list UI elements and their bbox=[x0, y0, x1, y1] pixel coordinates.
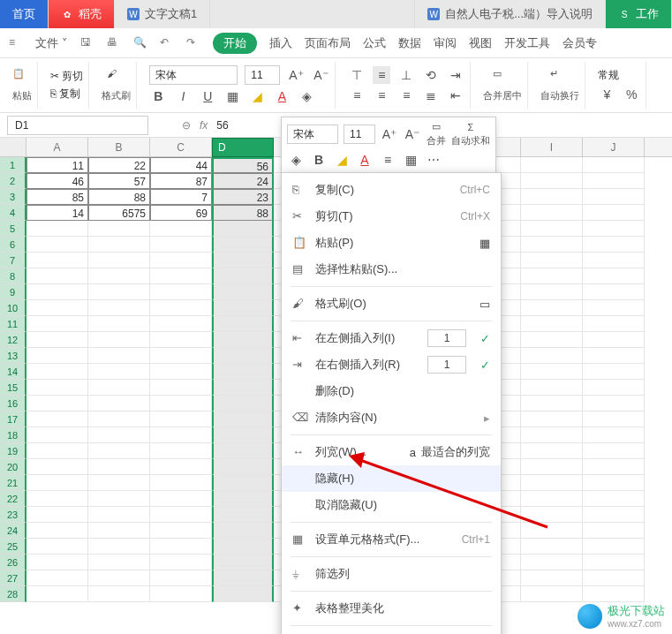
percent-button[interactable]: % bbox=[623, 86, 640, 103]
cell[interactable] bbox=[521, 380, 583, 396]
cell[interactable] bbox=[88, 491, 150, 507]
cell[interactable] bbox=[88, 364, 150, 380]
cell[interactable] bbox=[26, 411, 88, 427]
row-header[interactable]: 13 bbox=[0, 348, 26, 364]
cell[interactable] bbox=[150, 332, 212, 348]
indent-icon[interactable]: ⇥ bbox=[447, 66, 464, 84]
cell[interactable] bbox=[583, 364, 645, 380]
menu-dev[interactable]: 开发工具 bbox=[504, 35, 550, 51]
cell[interactable] bbox=[521, 396, 583, 411]
tab-home[interactable]: 首页 bbox=[0, 0, 49, 28]
cell[interactable] bbox=[583, 459, 645, 475]
cell[interactable] bbox=[583, 491, 645, 507]
row-header[interactable]: 24 bbox=[0, 523, 26, 539]
cell[interactable] bbox=[583, 173, 645, 189]
cell[interactable] bbox=[212, 253, 274, 268]
col-header-D[interactable]: D bbox=[212, 138, 274, 157]
row-header[interactable]: 1 bbox=[0, 157, 26, 173]
mini-more[interactable]: ⋯ bbox=[425, 151, 442, 169]
cell[interactable] bbox=[88, 443, 150, 459]
align-right-icon[interactable]: ≡ bbox=[397, 87, 415, 104]
dedent-icon[interactable]: ⇤ bbox=[447, 87, 464, 104]
cell[interactable] bbox=[583, 284, 645, 300]
cell[interactable] bbox=[521, 411, 583, 427]
menu-start[interactable]: 开始 bbox=[213, 33, 257, 54]
cell[interactable]: 85 bbox=[26, 189, 88, 205]
cell[interactable] bbox=[212, 237, 274, 253]
cell[interactable] bbox=[150, 427, 212, 443]
formula-value[interactable]: 56 bbox=[216, 119, 228, 132]
cell[interactable] bbox=[521, 443, 583, 459]
tab-doc2[interactable]: W自然人电子税...端）导入说明 bbox=[415, 0, 606, 28]
row-header[interactable]: 6 bbox=[0, 237, 26, 253]
menu-formula[interactable]: 公式 bbox=[363, 35, 386, 51]
ctx-colwidth[interactable]: ↔列宽(W)...a最适合的列宽 bbox=[282, 439, 501, 465]
cell[interactable]: 87 bbox=[150, 173, 212, 189]
cell[interactable] bbox=[212, 348, 274, 364]
zoom-icon[interactable]: ⊖ bbox=[182, 119, 191, 132]
underline-button[interactable]: U bbox=[199, 87, 216, 105]
cell[interactable]: 88 bbox=[88, 189, 150, 205]
cell[interactable] bbox=[88, 475, 150, 491]
cell[interactable] bbox=[583, 157, 645, 173]
cell[interactable] bbox=[583, 427, 645, 443]
cell[interactable] bbox=[150, 459, 212, 475]
cell[interactable]: 24 bbox=[212, 173, 274, 189]
cell[interactable] bbox=[88, 459, 150, 475]
cell[interactable] bbox=[521, 427, 583, 443]
row-header[interactable]: 3 bbox=[0, 189, 26, 205]
cell[interactable] bbox=[212, 268, 274, 284]
cell[interactable] bbox=[583, 570, 645, 586]
row-header[interactable]: 25 bbox=[0, 539, 26, 555]
mini-autosum[interactable]: Σ自动求和 bbox=[451, 122, 490, 147]
cell[interactable] bbox=[583, 268, 645, 284]
cell[interactable]: 44 bbox=[150, 157, 212, 173]
cell[interactable] bbox=[583, 507, 645, 523]
select-all-corner[interactable] bbox=[0, 138, 26, 156]
fx-icon[interactable]: fx bbox=[200, 119, 208, 132]
cell[interactable] bbox=[212, 316, 274, 332]
cell[interactable] bbox=[521, 253, 583, 268]
mini-eraser-icon[interactable]: ◈ bbox=[287, 151, 305, 169]
cell[interactable] bbox=[521, 221, 583, 237]
cell[interactable] bbox=[150, 316, 212, 332]
ctx-filter[interactable]: ⏚筛选列 bbox=[282, 561, 501, 587]
cell[interactable] bbox=[150, 570, 212, 586]
ctx-delete[interactable]: 删除(D) bbox=[282, 378, 501, 404]
cell[interactable] bbox=[88, 284, 150, 300]
cell[interactable] bbox=[521, 491, 583, 507]
cell[interactable] bbox=[150, 539, 212, 555]
paste-opt-icon[interactable]: ▦ bbox=[479, 237, 490, 250]
cell[interactable] bbox=[88, 237, 150, 253]
cell[interactable] bbox=[88, 523, 150, 539]
cell[interactable] bbox=[212, 555, 274, 570]
print-icon[interactable]: 🖶 bbox=[107, 36, 121, 50]
row-header[interactable]: 14 bbox=[0, 364, 26, 380]
tab-docao[interactable]: ✿稻壳 bbox=[49, 0, 115, 28]
cell[interactable] bbox=[212, 586, 274, 602]
grow-font-icon[interactable]: A⁺ bbox=[287, 66, 305, 84]
mini-font[interactable]: 宋体 bbox=[287, 125, 338, 144]
cell[interactable] bbox=[26, 237, 88, 253]
cell[interactable] bbox=[88, 586, 150, 602]
eraser-icon[interactable]: ◈ bbox=[298, 87, 315, 105]
cell[interactable] bbox=[583, 205, 645, 221]
cell[interactable] bbox=[150, 491, 212, 507]
cell[interactable] bbox=[26, 364, 88, 380]
ctx-batch[interactable]: 批量处理单元格(Q)▸ bbox=[282, 630, 501, 634]
cell[interactable] bbox=[583, 586, 645, 602]
mini-bold[interactable]: B bbox=[310, 151, 328, 169]
cell[interactable] bbox=[88, 380, 150, 396]
cell[interactable] bbox=[26, 380, 88, 396]
cell[interactable] bbox=[88, 555, 150, 570]
cell[interactable] bbox=[521, 459, 583, 475]
cell[interactable] bbox=[26, 348, 88, 364]
orient-icon[interactable]: ⟲ bbox=[422, 66, 440, 84]
menu-review[interactable]: 审阅 bbox=[434, 35, 457, 51]
row-header[interactable]: 20 bbox=[0, 459, 26, 475]
cell[interactable] bbox=[88, 396, 150, 411]
cell[interactable] bbox=[583, 555, 645, 570]
cell[interactable] bbox=[88, 427, 150, 443]
cell[interactable] bbox=[26, 555, 88, 570]
fmtpaint-button[interactable]: 🖌格式刷 bbox=[102, 68, 131, 102]
